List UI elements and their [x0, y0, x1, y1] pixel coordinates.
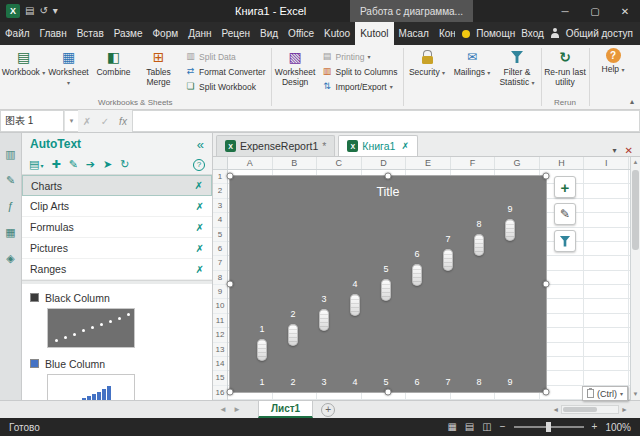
chart-data-point-4[interactable] [350, 294, 360, 316]
excel-logo-icon[interactable]: X [6, 4, 20, 18]
autotext-thumbnail-black-column[interactable] [47, 308, 135, 348]
sign-in-link[interactable]: Вход [521, 28, 544, 39]
ribbon-tab-данн[interactable]: Данн [183, 22, 216, 45]
sheet-grid[interactable]: 12345678910111213141516 Title 1122334455… [213, 170, 630, 400]
horizontal-scrollbar[interactable]: ◄ ► [552, 401, 640, 418]
chart-data-point-5[interactable] [381, 279, 391, 301]
horizontal-scroll-thumb[interactable] [563, 407, 597, 412]
edit-entry-icon[interactable]: ✎ [69, 159, 78, 170]
page-break-view-icon[interactable]: ◫ [482, 422, 491, 432]
ribbon-button-combine[interactable]: Combine [91, 46, 136, 78]
row-header-2[interactable]: 2 [213, 184, 227, 198]
vertical-scrollbar[interactable]: ▲ ▼ [630, 157, 640, 400]
column-header-H[interactable]: H [540, 157, 585, 169]
ribbon-tab-разме[interactable]: Разме [109, 22, 148, 45]
close-button[interactable]: ✕ [610, 0, 640, 22]
row-header-12[interactable]: 12 [213, 328, 227, 342]
column-header-I[interactable]: I [584, 157, 629, 169]
chart-elements-button[interactable]: + [554, 176, 576, 198]
autotext-group-ranges[interactable]: Ranges✗ [22, 259, 212, 280]
column-header-G[interactable]: G [495, 157, 540, 169]
help-tab[interactable]: Помощн [476, 28, 515, 39]
ribbon-button-tables-merge[interactable]: Tables Merge [136, 46, 181, 88]
row-header-10[interactable]: 10 [213, 299, 227, 313]
autotext-group-pictures[interactable]: Pictures✗ [22, 238, 212, 259]
ribbon-tab-вид[interactable]: Вид [255, 22, 283, 45]
ribbon-tab-форм[interactable]: Форм [148, 22, 184, 45]
ribbon-button-re-run-last-utility[interactable]: Re-run last utility [543, 46, 588, 88]
selection-handle[interactable] [227, 173, 234, 180]
ribbon-tab-kutool[interactable]: Kutool [355, 22, 393, 45]
row-header-7[interactable]: 7 [213, 256, 227, 270]
row-header-16[interactable]: 16 [213, 386, 227, 400]
chart-styles-button[interactable]: ✎ [554, 203, 576, 225]
autotext-help-icon[interactable]: ? [193, 159, 205, 171]
column-list-icon[interactable]: ▦ [5, 227, 15, 238]
column-header-E[interactable]: E [406, 157, 451, 169]
ribbon-button-format-converter[interactable]: Format Converter [181, 65, 270, 78]
column-header-D[interactable]: D [362, 157, 407, 169]
autotext-group-charts[interactable]: Charts✗ [22, 175, 212, 196]
chart-title[interactable]: Title [230, 185, 546, 199]
remove-group-icon[interactable]: ✗ [196, 243, 204, 254]
ribbon-tab-встав[interactable]: Встав [72, 22, 109, 45]
autotext-entry-blue-column[interactable]: Blue Column [30, 355, 204, 372]
enter-entry-icon[interactable]: ✓ [96, 110, 114, 132]
sheet-nav-left-icon[interactable]: ◄ [216, 401, 230, 418]
selection-handle[interactable] [543, 173, 550, 180]
select-all-corner[interactable] [213, 157, 228, 169]
selection-handle[interactable] [385, 173, 392, 180]
autotext-group-formulas[interactable]: Formulas✗ [22, 217, 212, 238]
close-tab-icon[interactable]: ✗ [401, 141, 409, 151]
column-header-A[interactable]: A [228, 157, 273, 169]
vertical-scroll-track[interactable] [631, 168, 640, 389]
ribbon-button-split-to-columns[interactable]: Split to Columns [318, 65, 402, 78]
scroll-down-icon[interactable]: ▼ [633, 389, 639, 400]
share-button[interactable]: Общий доступ [566, 28, 633, 39]
chart-data-point-8[interactable] [474, 234, 484, 256]
maximize-button[interactable]: ▢ [580, 0, 610, 22]
row-header-13[interactable]: 13 [213, 343, 227, 357]
scroll-right-icon[interactable]: ► [621, 406, 628, 413]
row-header-3[interactable]: 3 [213, 199, 227, 213]
selection-handle[interactable] [543, 281, 550, 288]
chart-data-point-7[interactable] [443, 249, 453, 271]
ribbon-tab-рецен[interactable]: Рецен [217, 22, 256, 45]
name-box[interactable]: 图表 1 [0, 110, 64, 132]
advanced-find-icon[interactable]: ◈ [6, 253, 14, 264]
ribbon-tab-файл[interactable]: Файл [0, 22, 35, 45]
chart-filters-button[interactable] [554, 230, 576, 252]
save-icon[interactable]: ▤ [25, 6, 34, 16]
chart-data-point-2[interactable] [288, 324, 298, 346]
autotext-group-clip-arts[interactable]: Clip Arts✗ [22, 196, 212, 217]
ribbon-button-import-export[interactable]: Import/Export▾ [318, 80, 402, 93]
selection-handle[interactable] [227, 389, 234, 396]
export-autotext-icon[interactable]: ➔ [86, 159, 95, 170]
normal-view-icon[interactable]: ▦ [447, 422, 456, 432]
autotext-thumbnail-blue-column[interactable] [47, 374, 135, 400]
view-menu-icon[interactable]: ▤▾ [29, 159, 43, 170]
ribbon-button-help[interactable]: Help ▾ [591, 46, 636, 75]
ribbon-button-split-data[interactable]: Split Data [181, 50, 270, 63]
paste-options-button[interactable]: (Ctrl) ▾ [582, 386, 628, 401]
row-header-4[interactable]: 4 [213, 213, 227, 227]
sheet-nav-right-icon[interactable]: ► [230, 401, 244, 418]
chart-data-point-3[interactable] [319, 309, 329, 331]
minimize-button[interactable]: ─ [550, 0, 580, 22]
autotext-pane-icon[interactable]: ✎ [6, 175, 15, 186]
column-header-F[interactable]: F [451, 157, 496, 169]
formula-input[interactable] [132, 110, 640, 132]
chart-data-point-1[interactable] [257, 339, 267, 361]
close-workbook-tab-icon[interactable]: ✕ [625, 145, 633, 156]
ribbon-tab-конструктор[interactable]: Конструктор [434, 22, 455, 45]
workbook-sheet-nav-icon[interactable]: ▥ [5, 149, 15, 160]
ribbon-button-mailings[interactable]: Mailings ▾ [450, 46, 495, 78]
column-header-B[interactable]: B [273, 157, 318, 169]
name-manager-icon[interactable]: ƒ [7, 201, 13, 212]
row-header-5[interactable]: 5 [213, 228, 227, 242]
qat-customize-icon[interactable]: ▾ [53, 6, 58, 16]
autotext-entry-black-column[interactable]: Black Column [30, 289, 204, 306]
workbook-tab-книга1[interactable]: XКнига1✗ [338, 135, 418, 156]
zoom-slider[interactable] [514, 426, 584, 428]
remove-group-icon[interactable]: ✗ [196, 201, 204, 212]
